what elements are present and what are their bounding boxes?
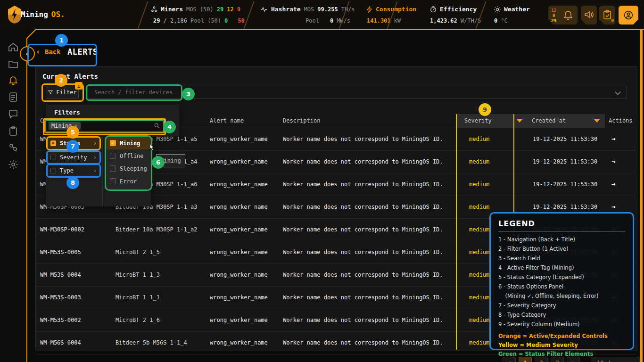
cell-alert-name: wrong_worker_name xyxy=(210,158,268,165)
active-filter-count-badge: 1 xyxy=(75,82,83,90)
cell-severity: medium xyxy=(469,181,489,188)
sidebar-expand-toggle[interactable]: » xyxy=(20,46,35,61)
sidebar-item-projects[interactable] xyxy=(8,58,19,70)
sidebar-item-alerts[interactable] xyxy=(8,74,19,86)
cell-miner: MicroBT 1 1_3 xyxy=(116,272,160,278)
status-option-offline[interactable]: Offline xyxy=(106,149,151,162)
hashrate-pool-line: Pool 0 MH/s xyxy=(305,17,350,24)
filter-category-type[interactable]: Type › xyxy=(47,165,100,176)
cell-alert-name: wrong_worker_name xyxy=(210,272,268,278)
filter-category-severity[interactable]: Severity › xyxy=(47,152,100,163)
frame-right xyxy=(640,29,643,362)
cell-description: Worker name does not correspond to Minin… xyxy=(283,339,443,346)
filter-tag-input[interactable]: Mining × xyxy=(44,119,165,133)
cell-severity: medium xyxy=(469,226,489,233)
cell-alert-name: wrong_worker_name xyxy=(210,136,268,142)
col-header-alert-name[interactable]: Alert name xyxy=(210,117,244,124)
expand-icon: » xyxy=(25,50,29,57)
badge-1: 1 xyxy=(55,34,68,47)
lightning-icon xyxy=(367,6,372,13)
funnel-icon xyxy=(48,90,53,95)
badge-9: 9 xyxy=(479,103,491,116)
created-at-sort-icon[interactable] xyxy=(594,119,600,123)
header-divider xyxy=(137,1,148,29)
legend-panel: LEGEND 1 - Navigation (Back + Title) 2 -… xyxy=(489,212,634,350)
filters-panel-divider xyxy=(102,137,103,206)
cursor-pointer-icon xyxy=(146,143,157,153)
legend-item: 4 - Active Filter Tag (Mining) xyxy=(498,263,625,272)
cell-severity: medium xyxy=(469,204,489,210)
cell-worker: WM-M53S-0004 xyxy=(40,272,81,278)
frame-left xyxy=(26,38,27,362)
notif-count-critical: 12 xyxy=(551,8,556,13)
cell-alert-name: wrong_worker_name xyxy=(210,204,268,210)
status-option-mining[interactable]: ✓ Mining xyxy=(106,137,151,149)
status-options-panel: ✓ Mining Offline Sleeping Error xyxy=(106,137,151,189)
sidebar-item-tasks[interactable] xyxy=(8,125,19,137)
option-label: Sleeping xyxy=(120,165,147,172)
bell-icon xyxy=(563,10,573,20)
sidebar-item-reports[interactable] xyxy=(8,91,19,103)
cell-description: Worker name does not correspond to Minin… xyxy=(283,249,443,255)
speaker-icon xyxy=(584,10,594,19)
sidebar-item-messages[interactable] xyxy=(8,108,19,120)
row-action-arrow-icon[interactable]: → xyxy=(611,203,615,210)
badge-5: 5 xyxy=(66,126,79,139)
mining-os-logo xyxy=(7,5,23,24)
legend-item: 7 - Severity Category xyxy=(498,301,625,310)
option-label: Offline xyxy=(120,153,144,159)
type-checkbox[interactable] xyxy=(50,168,56,173)
announcements-button[interactable] xyxy=(581,6,597,25)
option-label: Error xyxy=(120,178,137,185)
col-header-created-at[interactable]: Created at xyxy=(532,117,566,124)
checked-checkbox[interactable]: ✓ xyxy=(110,140,116,146)
page-title: ALERTS xyxy=(67,47,98,57)
notifications-button[interactable]: 12 0 29 xyxy=(548,6,578,25)
chevron-right-icon: › xyxy=(93,154,97,161)
status-option-error[interactable]: Error xyxy=(106,175,151,188)
consumption-section: Consumption xyxy=(367,6,416,13)
row-action-arrow-icon[interactable]: → xyxy=(611,180,615,188)
cell-description: Worker name does not correspond to Minin… xyxy=(283,226,443,233)
badge-7: 7 xyxy=(66,140,79,153)
filter-button[interactable]: Filter xyxy=(46,86,79,99)
search-placeholder: Search / filter devices xyxy=(94,89,173,96)
header-divider xyxy=(475,1,486,29)
row-action-arrow-icon[interactable]: → xyxy=(611,135,615,142)
row-action-arrow-icon[interactable]: → xyxy=(611,157,615,165)
sidebar xyxy=(0,30,26,362)
cell-severity: medium xyxy=(469,158,489,165)
empty-checkbox[interactable] xyxy=(110,178,116,184)
hashrate-icon xyxy=(260,6,268,13)
severity-sort-icon[interactable] xyxy=(517,119,522,123)
hashrate-section: Hashrate MOS 99.255 TH/s xyxy=(260,6,355,13)
legend-item: 1 - Navigation (Back + Title) xyxy=(498,235,625,244)
cell-severity: medium xyxy=(469,317,489,323)
legend-item: (Mining ✓, Offline, Sleeping, Error) xyxy=(498,291,625,301)
severity-column-highlight-left xyxy=(456,114,457,350)
col-header-description[interactable]: Description xyxy=(283,117,320,124)
col-header-severity[interactable]: Severity xyxy=(464,117,492,124)
legend-divider xyxy=(498,231,625,231)
sidebar-item-integrations[interactable] xyxy=(8,142,19,153)
badge-6: 6 xyxy=(152,156,165,169)
tasks-button[interactable]: 0 xyxy=(599,6,615,25)
severity-category-label: Severity xyxy=(60,154,87,161)
chevron-right-icon: › xyxy=(93,140,97,147)
cell-description: Worker name does not correspond to Minin… xyxy=(283,158,443,165)
search-field[interactable]: Search / filter devices xyxy=(87,86,627,99)
cell-miner: Bitdeer 5b M56S 1-1_4 xyxy=(116,339,187,346)
severity-checkbox[interactable] xyxy=(50,155,56,160)
cell-alert-name: wrong_worker_name xyxy=(210,294,268,301)
empty-checkbox[interactable] xyxy=(110,165,116,172)
empty-checkbox[interactable] xyxy=(110,153,116,159)
sidebar-item-home[interactable] xyxy=(8,41,19,53)
back-button[interactable]: Back xyxy=(45,48,61,56)
status-checkbox[interactable] xyxy=(50,140,56,146)
status-option-sleeping[interactable]: Sleeping xyxy=(106,162,151,175)
weather-section: Weather xyxy=(494,6,530,13)
cell-miner: MicroBT 2 1_5 xyxy=(116,249,160,255)
account-button[interactable] xyxy=(619,6,638,25)
sidebar-item-settings[interactable] xyxy=(8,159,19,170)
clipboard-check-icon xyxy=(603,10,611,20)
